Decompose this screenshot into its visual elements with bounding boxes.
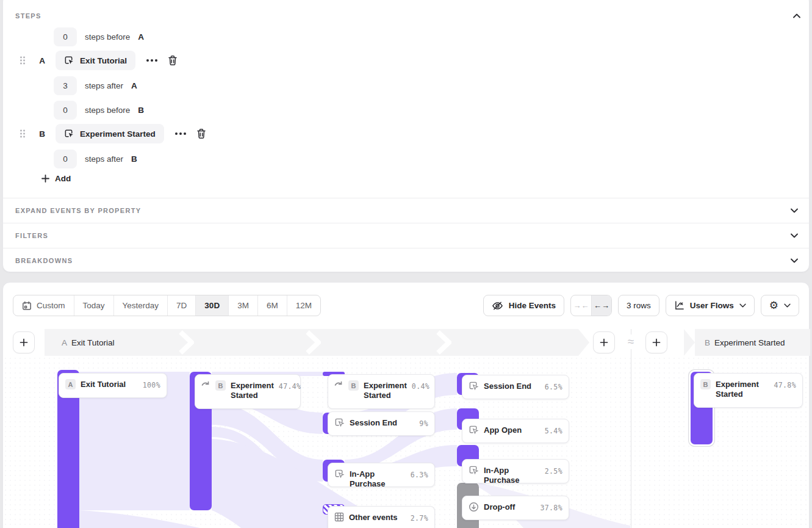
step-a-delete-trash-icon[interactable] (168, 55, 178, 66)
step-badge: A (65, 379, 76, 389)
node-percent: 9% (419, 418, 428, 428)
step-badge: B (700, 379, 711, 389)
chevron-down-icon (791, 258, 798, 263)
steps-after-b-row: 0 steps after B (54, 148, 137, 169)
steps-before-label: steps before (85, 106, 130, 115)
node-percent: 6.3% (411, 469, 428, 479)
steps-before-b-count-input[interactable]: 0 (54, 101, 77, 120)
add-step-button[interactable]: Add (41, 174, 71, 183)
event-cursor-icon (64, 129, 74, 139)
section-label: FILTERS (15, 232, 791, 239)
step-ref-a: A (138, 32, 144, 42)
node-name: Experiment Started (716, 380, 767, 399)
drag-handle-icon[interactable] (20, 56, 26, 65)
event-cursor-icon (469, 465, 479, 476)
drag-handle-icon[interactable] (20, 129, 26, 138)
user-flows-report-card: Custom Today Yesterday 7D 30D 3M 6M 12M … (2, 282, 810, 528)
node-percent: 2.5% (545, 466, 562, 476)
step-ref-b: B (131, 154, 137, 164)
step-b-event-button[interactable]: Experiment Started (56, 124, 164, 143)
event-cursor-icon (469, 425, 479, 435)
return-arrow-icon (334, 380, 343, 388)
steps-panel: STEPS 0 steps before A A Exit Tutorial (2, 0, 810, 272)
step-a-event-button[interactable]: Exit Tutorial (56, 51, 135, 70)
breakdowns-section[interactable]: BREAKDOWNS (3, 248, 809, 273)
event-cursor-icon (334, 469, 345, 479)
event-cursor-icon (469, 381, 479, 391)
step-b-event-name: Experiment Started (80, 129, 156, 139)
flow-node-card[interactable]: Session End 6.5% (462, 375, 569, 399)
flow-node-card[interactable]: In-App Purchase 6.3% (328, 463, 435, 487)
node-percent: 5.4% (545, 425, 562, 435)
chevron-down-icon (791, 233, 798, 238)
step-a-options-icon[interactable] (146, 59, 157, 62)
node-name: Session End (350, 418, 397, 428)
section-label: BREAKDOWNS (15, 257, 791, 264)
steps-before-label: steps before (85, 32, 130, 42)
node-name: Exit Tutorial (81, 380, 126, 389)
node-name: Session End (484, 382, 531, 391)
flow-node-card[interactable]: In-App Purchase 2.5% (462, 459, 569, 483)
steps-before-b-row: 0 steps before B (54, 99, 144, 120)
event-cursor-icon (64, 56, 74, 66)
step-b-delete-trash-icon[interactable] (196, 128, 206, 139)
steps-after-label: steps after (85, 81, 123, 90)
expand-events-by-property-section[interactable]: EXPAND EVENTS BY PROPERTY (3, 198, 809, 223)
steps-before-a-count-input[interactable]: 0 (54, 27, 77, 46)
steps-after-b-count-input[interactable]: 0 (54, 150, 77, 168)
step-badge: B (348, 380, 359, 391)
plus-icon (41, 175, 49, 183)
event-cursor-icon (334, 418, 345, 428)
node-name: App Open (484, 425, 522, 435)
steps-before-a-row: 0 steps before A (54, 26, 144, 47)
filters-section[interactable]: FILTERS (3, 223, 809, 248)
step-b-row: B Experiment Started (3, 123, 206, 144)
node-name: Drop-off (484, 502, 515, 512)
steps-after-a-row: 3 steps after A (54, 75, 137, 96)
steps-header: STEPS (15, 5, 800, 26)
add-step-label: Add (55, 174, 71, 183)
node-percent: 47.4% (279, 381, 301, 391)
flow-node-card[interactable]: B Experiment Started 0.4% (328, 374, 435, 409)
step-badge: B (215, 380, 226, 391)
node-name: Other events (349, 513, 397, 523)
flow-node-card[interactable]: B Experiment Started 47.4% (195, 374, 301, 409)
node-name: In-App Purchase (484, 466, 540, 485)
step-ref-b: B (138, 106, 144, 115)
return-arrow-icon (201, 380, 210, 388)
node-percent: 47.8% (774, 380, 796, 389)
flow-node-card[interactable]: B Experiment Started 47.8% (694, 373, 803, 408)
node-percent: 100% (143, 380, 160, 389)
node-percent: 6.5% (545, 382, 562, 391)
steps-after-label: steps after (85, 154, 123, 164)
node-percent: 37.8% (540, 502, 562, 512)
section-label: EXPAND EVENTS BY PROPERTY (15, 207, 791, 214)
step-ref-a: A (131, 81, 137, 90)
grid-icon (334, 512, 344, 522)
step-letter-b: B (38, 129, 46, 139)
collapse-steps-chevron-up-icon[interactable] (793, 13, 800, 18)
flow-node-card[interactable]: Drop-off 37.8% (462, 496, 569, 520)
node-percent: 2.7% (411, 513, 428, 523)
node-percent: 0.4% (412, 381, 429, 391)
node-name: In-App Purchase (350, 469, 406, 489)
step-letter-a: A (38, 56, 46, 65)
flow-node-card[interactable]: Other events 2.7% (328, 506, 435, 528)
node-name: Experiment Started (231, 381, 274, 400)
node-name: Experiment Started (364, 381, 407, 400)
steps-panel-title: STEPS (15, 12, 41, 20)
flow-node-card[interactable]: App Open 5.4% (462, 419, 569, 443)
flow-node-card[interactable]: Session End 9% (328, 411, 435, 436)
step-a-row: A Exit Tutorial (3, 50, 178, 71)
drop-off-icon (469, 502, 479, 512)
flow-node-card[interactable]: A Exit Tutorial 100% (59, 373, 167, 398)
step-a-event-name: Exit Tutorial (80, 56, 127, 65)
chevron-down-icon (791, 208, 798, 213)
step-b-options-icon[interactable] (175, 132, 186, 135)
steps-after-a-count-input[interactable]: 3 (54, 76, 77, 95)
